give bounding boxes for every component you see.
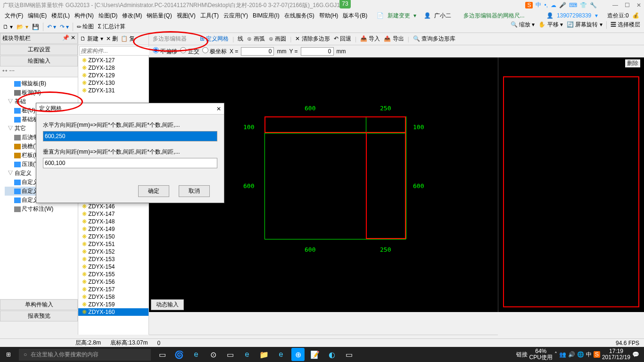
list-item[interactable]: ZDYX-159 bbox=[78, 301, 149, 308]
menu-bim[interactable]: BIM应用(I) bbox=[251, 11, 281, 21]
menu-draw[interactable]: 绘图(D) bbox=[97, 11, 120, 21]
ime-tool-icon[interactable]: 🔧 bbox=[590, 2, 597, 8]
ortho-radio[interactable]: 正交 bbox=[180, 47, 199, 56]
arc-button[interactable]: ⊙ 画弧 bbox=[247, 35, 264, 43]
list-item[interactable]: ZDYX-130 bbox=[78, 79, 149, 87]
menu-file[interactable]: 文件(F) bbox=[3, 11, 25, 21]
list-item[interactable]: ZDYX-147 bbox=[78, 210, 149, 218]
no-offset-radio[interactable]: 不偏移 bbox=[153, 47, 177, 56]
ime-skin-icon[interactable]: 👕 bbox=[580, 2, 587, 8]
list-item[interactable]: ZDYX-152 bbox=[78, 248, 149, 255]
start-button[interactable]: ⊞ bbox=[0, 351, 17, 358]
export-button[interactable]: 📤 导出 bbox=[384, 35, 404, 43]
tree-item[interactable]: 板洞(N) bbox=[5, 88, 78, 97]
h-spacing-input[interactable] bbox=[43, 131, 217, 141]
explorer-icon[interactable]: 📁 bbox=[257, 348, 271, 361]
tray-sogou[interactable]: S bbox=[594, 351, 600, 358]
edge-icon[interactable]: e bbox=[190, 348, 203, 361]
copy-comp-button[interactable]: 📋 复 bbox=[121, 35, 135, 43]
sogou-icon[interactable]: S bbox=[525, 2, 533, 8]
ime-cn[interactable]: 中 bbox=[536, 1, 541, 9]
ime-mic-icon[interactable]: 🎤 bbox=[559, 2, 566, 8]
list-item[interactable]: ZDYX-128 bbox=[78, 64, 149, 72]
ime-kbd-icon[interactable]: ⌨ bbox=[569, 2, 577, 8]
v-spacing-input[interactable] bbox=[43, 158, 217, 168]
clear-button[interactable]: ✕ 清除多边形 bbox=[295, 35, 330, 43]
tray-vol-icon[interactable]: 🔊 bbox=[568, 351, 575, 358]
close-button[interactable]: ✕ bbox=[636, 2, 641, 8]
select-floor-button[interactable]: ☰ 选择楼层 bbox=[611, 21, 640, 29]
tray-clock[interactable]: 17:192017/12/19 bbox=[602, 348, 630, 361]
draw-button[interactable]: ✏ 绘图 bbox=[77, 23, 94, 31]
list-item[interactable]: ZDYX-153 bbox=[78, 255, 149, 263]
phone-label[interactable]: 👤 13907298339 ▾ bbox=[545, 11, 600, 20]
minimize-button[interactable]: — bbox=[612, 2, 618, 8]
dialog-close-icon[interactable]: ✕ bbox=[216, 106, 221, 112]
ie-icon[interactable]: e bbox=[274, 348, 288, 361]
menu-view[interactable]: 视图(V) bbox=[175, 11, 198, 21]
delete-button[interactable]: 删除 bbox=[625, 59, 640, 67]
tray-net-icon[interactable]: 🌐 bbox=[577, 351, 584, 358]
menu-cloud[interactable]: 云应用(Y) bbox=[222, 11, 250, 21]
list-item[interactable]: ZDYX-131 bbox=[78, 87, 149, 94]
section-project[interactable]: 工程设置 bbox=[0, 44, 78, 55]
menu-floor[interactable]: 楼层(L) bbox=[50, 11, 72, 21]
line-button[interactable]: 线 bbox=[238, 35, 243, 43]
tray-notif-icon[interactable]: 💬 bbox=[632, 351, 639, 358]
sum-button[interactable]: Σ 汇总计算 bbox=[98, 23, 125, 31]
polar-radio[interactable]: 极坐标 bbox=[202, 47, 227, 56]
list-item[interactable]: ZDYX-158 bbox=[78, 293, 149, 301]
tray-people-icon[interactable]: 👥 bbox=[559, 351, 566, 358]
tray-link[interactable]: 链接 bbox=[516, 351, 528, 359]
list-item[interactable]: ZDYX-148 bbox=[78, 218, 149, 225]
section-single[interactable]: 单构件输入 bbox=[0, 299, 78, 310]
search-input[interactable] bbox=[79, 46, 149, 56]
menu-modify[interactable]: 修改(M) bbox=[120, 11, 144, 21]
zoom-button[interactable]: 🔍 缩放 ▾ bbox=[511, 21, 535, 29]
menu-rebar[interactable]: 钢筋量(Q) bbox=[145, 11, 173, 21]
app-icon-1[interactable]: 🌀 bbox=[173, 348, 186, 361]
list-item[interactable]: ZDYX-151 bbox=[78, 240, 149, 248]
list-item[interactable]: ZDYX-127 bbox=[78, 57, 149, 64]
ime-icon[interactable]: •, bbox=[544, 2, 548, 8]
maximize-button[interactable]: ☐ bbox=[625, 2, 630, 8]
tree-item[interactable]: 尺寸标注(W) bbox=[5, 205, 78, 214]
x-input[interactable] bbox=[241, 47, 274, 56]
dynamic-input-button[interactable]: 动态输入 bbox=[151, 299, 184, 310]
list-item[interactable]: ZDYX-129 bbox=[78, 72, 149, 79]
edge2-icon[interactable]: e bbox=[240, 348, 254, 361]
rotate-button[interactable]: 🔄 屏幕旋转 ▾ bbox=[567, 21, 603, 29]
task-view-icon[interactable]: ▭ bbox=[156, 348, 169, 361]
back-button[interactable]: ↶ 回退 bbox=[334, 35, 351, 43]
list-item[interactable]: ZDYX-156 bbox=[78, 278, 149, 286]
menu-comp[interactable]: 构件(N) bbox=[73, 11, 96, 21]
app-icon-5[interactable]: 📝 bbox=[308, 348, 322, 361]
menu-edit[interactable]: 编辑(E) bbox=[26, 11, 49, 21]
list-item[interactable]: ZDYX-154 bbox=[78, 263, 149, 271]
app-icon-3[interactable]: ▭ bbox=[223, 348, 237, 361]
open-file-icon[interactable]: 📂 ▾ bbox=[17, 24, 28, 30]
list-item[interactable]: ZDYX-157 bbox=[78, 286, 149, 293]
query-button[interactable]: 🔍 查询多边形库 bbox=[413, 35, 455, 43]
app-icon-6[interactable]: ◐ bbox=[325, 348, 339, 361]
define-grid-button[interactable]: ⊞ 定义网格 bbox=[200, 35, 229, 43]
user-label[interactable]: 👤 广小二 bbox=[422, 11, 455, 21]
circle-button[interactable]: ⊙ 画圆 bbox=[269, 35, 286, 43]
list-item[interactable]: ZDYX-155 bbox=[78, 271, 149, 278]
menu-version[interactable]: 版本号(B) bbox=[341, 11, 369, 21]
tree-item[interactable]: 螺旋板(B) bbox=[5, 79, 78, 88]
tray-up-icon[interactable]: ˄ bbox=[554, 351, 557, 358]
list-item[interactable]: ZDYX-160 bbox=[78, 308, 149, 316]
expand-icon[interactable]: ⁺⁺ bbox=[2, 68, 8, 75]
dialog-ok-button[interactable]: 确定 bbox=[138, 185, 169, 197]
redo-icon[interactable]: ↷ ▾ bbox=[60, 24, 69, 30]
save-icon[interactable]: 💾 bbox=[32, 24, 39, 30]
list-item[interactable]: ZDYX-146 bbox=[78, 203, 149, 210]
menu-tool[interactable]: 工具(T) bbox=[198, 11, 221, 21]
app-icon-4[interactable]: ⊕ bbox=[291, 348, 305, 361]
app-icon-7[interactable]: ▭ bbox=[342, 348, 355, 361]
pan-button[interactable]: ✋ 平移 ▾ bbox=[538, 21, 563, 29]
ime-cloud-icon[interactable]: ☁ bbox=[551, 2, 556, 8]
new-change-button[interactable]: 📄 新建变更 ▾ bbox=[375, 11, 418, 21]
pin-icon[interactable]: 📌 ✕ bbox=[62, 34, 75, 42]
